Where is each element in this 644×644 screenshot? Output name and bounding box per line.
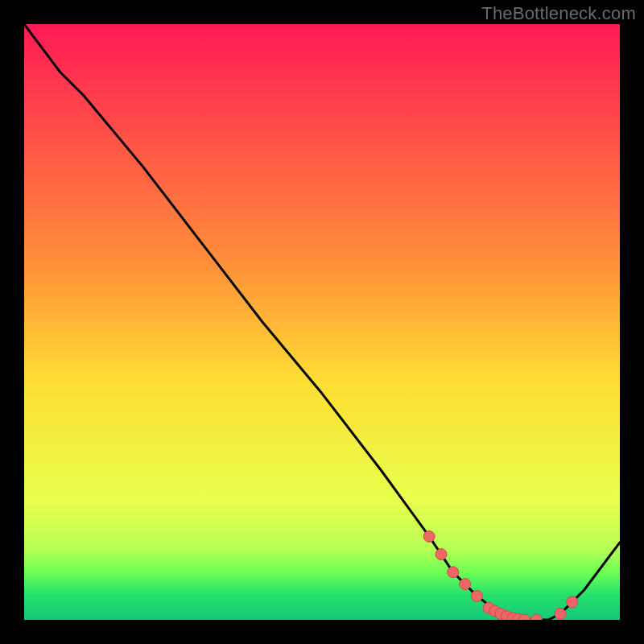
marker-point [423,530,435,542]
watermark-text: TheBottleneck.com [481,3,636,24]
plot-area [24,24,620,620]
marker-point [471,590,482,601]
marker-point [567,597,578,608]
chart-svg [24,24,620,620]
gradient-background [24,24,620,620]
marker-point [460,579,471,590]
marker-point [436,549,447,560]
marker-point [555,609,566,620]
chart-frame: TheBottleneck.com [0,0,644,644]
marker-point [448,567,459,578]
